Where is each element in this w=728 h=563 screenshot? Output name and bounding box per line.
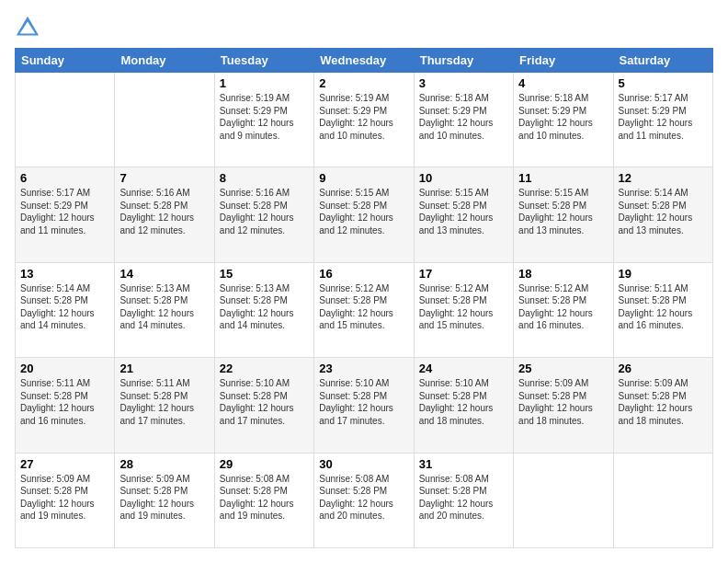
day-number: 2: [319, 76, 408, 90]
day-number: 24: [419, 362, 508, 375]
day-number: 8: [220, 171, 309, 185]
cell-info: Sunrise: 5:08 AMSunset: 5:28 PMDaylight:…: [319, 473, 408, 523]
day-number: 16: [319, 267, 408, 281]
calendar-cell: 15Sunrise: 5:13 AMSunset: 5:28 PMDayligh…: [214, 262, 313, 357]
calendar-cell: 27Sunrise: 5:09 AMSunset: 5:28 PMDayligh…: [16, 453, 115, 547]
day-number: 26: [619, 362, 708, 375]
column-header-sunday: Sunday: [16, 49, 115, 73]
calendar-cell: 9Sunrise: 5:15 AMSunset: 5:28 PMDaylight…: [314, 167, 414, 262]
day-number: 25: [518, 362, 608, 375]
day-number: 7: [119, 171, 209, 185]
calendar-cell: 2Sunrise: 5:19 AMSunset: 5:29 PMDaylight…: [314, 73, 414, 167]
day-number: 23: [319, 362, 408, 375]
day-number: 17: [419, 267, 508, 281]
page-header: [15, 15, 713, 40]
day-number: 6: [20, 171, 109, 185]
cell-info: Sunrise: 5:13 AMSunset: 5:28 PMDaylight:…: [220, 282, 309, 332]
cell-info: Sunrise: 5:09 AMSunset: 5:28 PMDaylight:…: [518, 377, 608, 427]
calendar-cell: 19Sunrise: 5:11 AMSunset: 5:28 PMDayligh…: [613, 262, 712, 357]
logo-icon: [15, 15, 40, 40]
calendar-table: SundayMondayTuesdayWednesdayThursdayFrid…: [15, 48, 713, 548]
day-number: 29: [220, 457, 309, 471]
day-number: 15: [220, 267, 309, 281]
calendar-cell: 5Sunrise: 5:17 AMSunset: 5:29 PMDaylight…: [613, 73, 712, 167]
cell-info: Sunrise: 5:14 AMSunset: 5:28 PMDaylight:…: [619, 187, 708, 236]
cell-info: Sunrise: 5:13 AMSunset: 5:28 PMDaylight:…: [119, 282, 209, 332]
calendar-cell: 17Sunrise: 5:12 AMSunset: 5:28 PMDayligh…: [414, 262, 513, 357]
calendar-cell: 13Sunrise: 5:14 AMSunset: 5:28 PMDayligh…: [16, 262, 115, 357]
day-number: 4: [518, 76, 608, 90]
calendar-body: 1Sunrise: 5:19 AMSunset: 5:29 PMDaylight…: [16, 73, 713, 548]
column-header-tuesday: Tuesday: [214, 49, 313, 73]
calendar-cell: 30Sunrise: 5:08 AMSunset: 5:28 PMDayligh…: [314, 453, 414, 547]
cell-info: Sunrise: 5:16 AMSunset: 5:28 PMDaylight:…: [220, 187, 309, 236]
calendar-cell: [115, 73, 214, 167]
calendar-cell: [16, 73, 115, 167]
calendar-cell: 23Sunrise: 5:10 AMSunset: 5:28 PMDayligh…: [314, 358, 414, 453]
day-number: 27: [20, 457, 109, 471]
calendar-week-3: 20Sunrise: 5:11 AMSunset: 5:28 PMDayligh…: [16, 358, 713, 453]
cell-info: Sunrise: 5:12 AMSunset: 5:28 PMDaylight:…: [319, 282, 408, 332]
calendar-week-1: 6Sunrise: 5:17 AMSunset: 5:29 PMDaylight…: [16, 167, 713, 262]
cell-info: Sunrise: 5:08 AMSunset: 5:28 PMDaylight:…: [419, 473, 508, 523]
day-number: 3: [419, 76, 508, 90]
cell-info: Sunrise: 5:08 AMSunset: 5:28 PMDaylight:…: [220, 473, 309, 523]
day-number: 9: [319, 171, 408, 185]
calendar-cell: 7Sunrise: 5:16 AMSunset: 5:28 PMDaylight…: [115, 167, 214, 262]
cell-info: Sunrise: 5:18 AMSunset: 5:29 PMDaylight:…: [419, 92, 508, 142]
cell-info: Sunrise: 5:09 AMSunset: 5:28 PMDaylight:…: [20, 473, 109, 523]
day-number: 18: [518, 267, 608, 281]
cell-info: Sunrise: 5:15 AMSunset: 5:28 PMDaylight:…: [319, 187, 408, 236]
calendar-cell: 6Sunrise: 5:17 AMSunset: 5:29 PMDaylight…: [16, 167, 115, 262]
day-number: 21: [119, 362, 209, 375]
calendar-week-2: 13Sunrise: 5:14 AMSunset: 5:28 PMDayligh…: [16, 262, 713, 357]
cell-info: Sunrise: 5:09 AMSunset: 5:28 PMDaylight:…: [619, 377, 708, 427]
day-number: 5: [619, 76, 708, 90]
calendar-cell: 21Sunrise: 5:11 AMSunset: 5:28 PMDayligh…: [115, 358, 214, 453]
calendar-cell: 20Sunrise: 5:11 AMSunset: 5:28 PMDayligh…: [16, 358, 115, 453]
cell-info: Sunrise: 5:11 AMSunset: 5:28 PMDaylight:…: [20, 377, 109, 427]
calendar-cell: 31Sunrise: 5:08 AMSunset: 5:28 PMDayligh…: [414, 453, 513, 547]
calendar-cell: 12Sunrise: 5:14 AMSunset: 5:28 PMDayligh…: [613, 167, 712, 262]
day-number: 1: [220, 76, 309, 90]
calendar-cell: 28Sunrise: 5:09 AMSunset: 5:28 PMDayligh…: [115, 453, 214, 547]
calendar-week-4: 27Sunrise: 5:09 AMSunset: 5:28 PMDayligh…: [16, 453, 713, 547]
day-number: 30: [319, 457, 408, 471]
column-header-monday: Monday: [115, 49, 214, 73]
cell-info: Sunrise: 5:12 AMSunset: 5:28 PMDaylight:…: [419, 282, 508, 332]
cell-info: Sunrise: 5:11 AMSunset: 5:28 PMDaylight:…: [119, 377, 209, 427]
cell-info: Sunrise: 5:19 AMSunset: 5:29 PMDaylight:…: [319, 92, 408, 142]
day-number: 28: [119, 457, 209, 471]
cell-info: Sunrise: 5:17 AMSunset: 5:29 PMDaylight:…: [619, 92, 708, 142]
calendar-cell: 26Sunrise: 5:09 AMSunset: 5:28 PMDayligh…: [613, 358, 712, 453]
calendar-cell: 3Sunrise: 5:18 AMSunset: 5:29 PMDaylight…: [414, 73, 513, 167]
calendar-cell: 1Sunrise: 5:19 AMSunset: 5:29 PMDaylight…: [214, 73, 313, 167]
cell-info: Sunrise: 5:15 AMSunset: 5:28 PMDaylight:…: [518, 187, 608, 236]
cell-info: Sunrise: 5:12 AMSunset: 5:28 PMDaylight:…: [518, 282, 608, 332]
cell-info: Sunrise: 5:09 AMSunset: 5:28 PMDaylight:…: [119, 473, 209, 523]
cell-info: Sunrise: 5:16 AMSunset: 5:28 PMDaylight:…: [119, 187, 209, 236]
logo: [15, 15, 44, 40]
cell-info: Sunrise: 5:18 AMSunset: 5:29 PMDaylight:…: [518, 92, 608, 142]
calendar-cell: [514, 453, 613, 547]
calendar-cell: 4Sunrise: 5:18 AMSunset: 5:29 PMDaylight…: [514, 73, 613, 167]
calendar-page: SundayMondayTuesdayWednesdayThursdayFrid…: [0, 0, 728, 563]
calendar-cell: 11Sunrise: 5:15 AMSunset: 5:28 PMDayligh…: [514, 167, 613, 262]
day-number: 20: [20, 362, 109, 375]
day-number: 13: [20, 267, 109, 281]
day-number: 31: [419, 457, 508, 471]
calendar-week-0: 1Sunrise: 5:19 AMSunset: 5:29 PMDaylight…: [16, 73, 713, 167]
day-number: 14: [119, 267, 209, 281]
cell-info: Sunrise: 5:15 AMSunset: 5:28 PMDaylight:…: [419, 187, 508, 236]
cell-info: Sunrise: 5:10 AMSunset: 5:28 PMDaylight:…: [319, 377, 408, 427]
calendar-header-row: SundayMondayTuesdayWednesdayThursdayFrid…: [16, 49, 713, 73]
column-header-wednesday: Wednesday: [314, 49, 414, 73]
calendar-cell: 22Sunrise: 5:10 AMSunset: 5:28 PMDayligh…: [214, 358, 313, 453]
cell-info: Sunrise: 5:19 AMSunset: 5:29 PMDaylight:…: [220, 92, 309, 142]
calendar-cell: 25Sunrise: 5:09 AMSunset: 5:28 PMDayligh…: [514, 358, 613, 453]
day-number: 10: [419, 171, 508, 185]
day-number: 19: [619, 267, 708, 281]
cell-info: Sunrise: 5:11 AMSunset: 5:28 PMDaylight:…: [619, 282, 708, 332]
day-number: 22: [220, 362, 309, 375]
calendar-cell: 18Sunrise: 5:12 AMSunset: 5:28 PMDayligh…: [514, 262, 613, 357]
